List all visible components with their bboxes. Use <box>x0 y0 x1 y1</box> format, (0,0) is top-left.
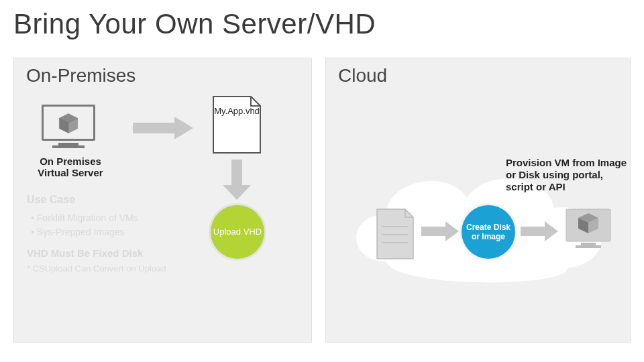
usecase-bullet-1-text: Forklift Migration of VMs <box>37 213 138 223</box>
blob-storage-doc-icon <box>373 208 417 261</box>
svg-rect-3 <box>133 123 174 133</box>
panel-cloud-title: Cloud <box>338 65 387 86</box>
usecase-bullet-1: • Forklift Migration of VMs <box>31 211 215 226</box>
cube-icon <box>57 112 80 135</box>
upload-vhd-step: Upload VHD <box>211 205 264 259</box>
slide-title: Bring Your Own Server/VHD <box>13 8 376 40</box>
svg-rect-12 <box>521 227 545 236</box>
arrow-server-to-vhd-icon <box>133 117 193 139</box>
vhd-file-icon <box>208 95 266 156</box>
create-disk-or-image-label: Create Disk or Image <box>462 223 515 242</box>
provision-text: Provision VM from Image or Disk using po… <box>506 157 630 193</box>
arrow-create-to-vm-icon <box>521 221 558 241</box>
usecase-block: Use Case • Forklift Migration of VMs • S… <box>27 192 215 276</box>
onprem-server-icon <box>42 105 95 152</box>
svg-marker-4 <box>174 117 193 139</box>
svg-rect-16 <box>576 245 601 248</box>
svg-marker-6 <box>223 185 251 200</box>
onprem-server-label: On Premises Virtual Server <box>27 156 114 179</box>
usecase-subheading: VHD Must Be Fixed Disk <box>27 245 215 261</box>
arrow-vhd-to-upload-icon <box>223 160 251 200</box>
usecase-note: * CSUpload Can Convert on Upload <box>27 262 215 276</box>
svg-rect-15 <box>581 243 596 245</box>
usecase-heading: Use Case <box>27 192 215 208</box>
svg-marker-13 <box>545 221 558 241</box>
upload-vhd-label: Upload VHD <box>213 227 262 237</box>
svg-rect-5 <box>231 160 242 185</box>
panel-onpremises-title: On-Premises <box>26 65 136 86</box>
usecase-bullet-2: • Sys-Prepped Images <box>31 225 215 240</box>
svg-marker-11 <box>445 221 459 241</box>
svg-rect-10 <box>421 227 445 236</box>
arrow-blob-to-create-icon <box>421 221 459 241</box>
create-disk-or-image-step: Create Disk or Image <box>462 205 515 259</box>
slide: Bring Your Own Server/VHD On-Premises Cl… <box>0 0 644 362</box>
usecase-bullet-2-text: Sys-Prepped Images <box>37 227 125 237</box>
vm-icon <box>564 205 613 255</box>
vhd-file-label: My.App.vhd <box>211 106 263 116</box>
